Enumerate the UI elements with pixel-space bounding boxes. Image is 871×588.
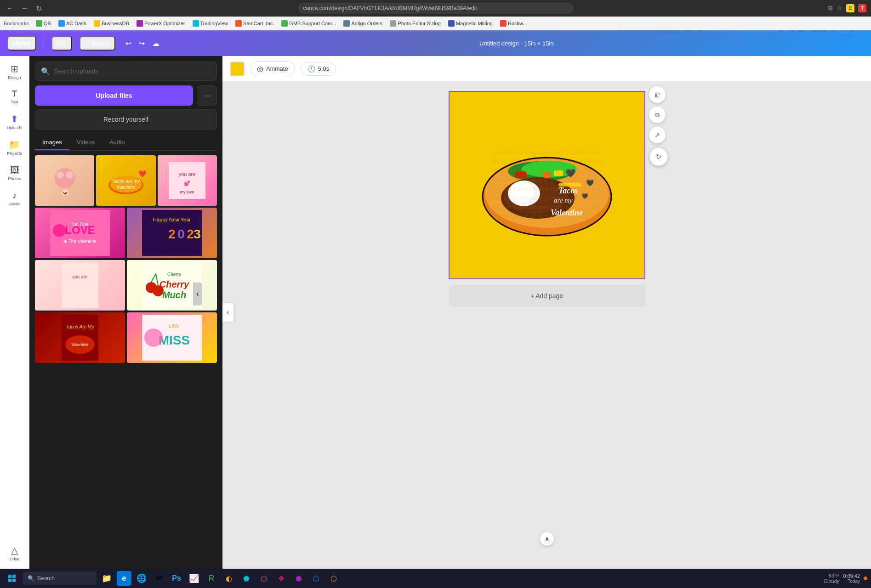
bookmark-mm-icon — [448, 20, 455, 27]
address-bar[interactable]: canva.com/design/DAFVhGTLK3A/kKdBMMRg4Wv… — [298, 3, 574, 14]
bookmark-rw-label: Rockw... — [508, 21, 527, 26]
bookmark-rockw[interactable]: Rockw... — [498, 19, 529, 28]
grid-image-little-miss[interactable]: Little MISS — [127, 312, 217, 363]
start-button[interactable] — [4, 571, 20, 585]
taskbar-app-app2[interactable]: ◐ — [222, 571, 236, 586]
grid-image-you-are-2[interactable]: you are 🌸 love divine — [35, 260, 125, 311]
grid-image-love[interactable]: for The LOVE ❀ The Valentine — [35, 208, 125, 258]
grid-image-tacos-are-my[interactable]: Tacos Are My Valentine — [35, 312, 125, 363]
taskbar-app-app6[interactable]: ⬢ — [291, 571, 306, 586]
app5-icon: ❖ — [278, 574, 285, 583]
tab-images[interactable]: Images — [35, 135, 69, 150]
sidebar-item-design[interactable]: ⊞ Design — [2, 60, 27, 84]
taskbar-app-files[interactable]: 📁 — [99, 571, 114, 586]
bookmark-gmb[interactable]: GMB Support Com... — [279, 19, 338, 28]
sidebar-item-uploads[interactable]: ⬆ Uploads — [2, 110, 27, 134]
taskbar-app-app8[interactable]: ⬡ — [326, 571, 341, 586]
bookmark-tradingview[interactable]: TradingView — [190, 19, 231, 28]
search-input[interactable] — [54, 68, 211, 75]
canvas-bottom-bar — [449, 256, 645, 279]
taskbar-app-ps[interactable]: Ps — [169, 571, 184, 586]
grid-image-pig[interactable]: 🐷 — [35, 155, 94, 206]
svg-text:MISS: MISS — [159, 333, 190, 347]
grid-image-you-are[interactable]: you are 💕 my love — [158, 155, 217, 206]
svg-text:Valentine: Valentine — [551, 208, 583, 217]
trash-button[interactable]: 🗑 — [649, 86, 666, 103]
redo-button[interactable]: ↪ — [136, 37, 148, 50]
taskbar-app-app7[interactable]: ⬡ — [309, 571, 324, 586]
save-status-button[interactable]: ☁ — [149, 37, 162, 50]
sidebar-item-audio[interactable]: ♪ Audio — [2, 187, 27, 210]
share-button[interactable]: ↗ — [649, 127, 666, 143]
share-page-icon[interactable]: ⊞ — [827, 4, 833, 12]
svg-point-34 — [153, 285, 164, 296]
home-button[interactable]: Home — [7, 36, 36, 51]
more-options-button[interactable]: ··· — [197, 85, 217, 106]
grid-row-4: Tacos Are My Valentine Little MISS — [35, 312, 217, 363]
back-button[interactable]: ← — [5, 2, 16, 14]
color-swatch[interactable] — [230, 62, 245, 76]
taskbar-app-app1[interactable]: R — [204, 571, 219, 586]
extension-icon-1: C — [846, 4, 854, 12]
chevron-up-icon: ∧ — [545, 535, 549, 543]
address-text: canva.com/design/DAFVhGTLK3A/kKdBMMRg4Wv… — [303, 5, 477, 11]
resize-button[interactable]: ⤢ Resize — [80, 36, 115, 51]
bookmark-antigo[interactable]: Antigo Orders — [341, 19, 385, 28]
bookmark-px-label: PowerX Optimizer — [144, 21, 185, 26]
collapse-panel-button[interactable]: ‹ — [193, 283, 202, 305]
pig-svg: 🐷 — [46, 162, 83, 199]
duration-button[interactable]: 🕐 5.0s — [301, 62, 336, 76]
reload-button[interactable]: ↻ — [34, 2, 44, 15]
bookmark-qb-icon — [36, 20, 42, 27]
bookmark-bdb-label: BusinessDB — [102, 21, 129, 26]
undo-button[interactable]: ↩ — [123, 37, 134, 50]
forward-button[interactable]: → — [19, 2, 30, 14]
design-icon: ⊞ — [11, 63, 18, 74]
bookmark-samcart[interactable]: SamCart, Inc. — [233, 19, 276, 28]
bookmark-magnetic[interactable]: Magnetic Mkting — [446, 19, 495, 28]
tab-videos[interactable]: Videos — [69, 135, 102, 150]
grid-row-2: for The LOVE ❀ The Valentine Happy New Y… — [35, 208, 217, 258]
sidebar-item-photos[interactable]: 🖼 Photos — [2, 161, 27, 185]
canvas-scroll-area[interactable]: 🗑 ⧉ ↗ ↻ DO NOT COPY DO NOT COPY DO NOT C… — [222, 82, 871, 569]
collapse-up-button[interactable]: ∧ — [540, 532, 554, 546]
file-button[interactable]: File — [51, 36, 72, 51]
bookmark-businessdb[interactable]: BusinessDB — [91, 19, 131, 28]
sidebar-item-drive[interactable]: △ Drive — [2, 541, 27, 565]
taskbar-search[interactable]: 🔍 Search — [23, 572, 97, 585]
taco-image-container[interactable]: DO NOT COPY DO NOT COPY DO NOT COPY DO N… — [449, 114, 645, 256]
taskbar-app-app5[interactable]: ❖ — [274, 571, 289, 586]
bookmark-qb[interactable]: QB — [34, 19, 53, 28]
canvas-scroll-left-button[interactable]: ‹ — [222, 303, 233, 322]
taskbar-right: 63°F Cloudy 0:09:42 Today — [824, 573, 867, 584]
rotate-button[interactable]: ↻ — [649, 147, 668, 166]
taskbar-app-finance[interactable]: 📈 — [187, 571, 201, 586]
record-yourself-button[interactable]: Record yourself — [35, 109, 217, 130]
duplicate-button[interactable]: ⧉ — [649, 107, 666, 123]
bookmark-star-icon[interactable]: ☆ — [837, 4, 843, 12]
add-page-button[interactable]: + Add page — [449, 285, 645, 307]
canvas-content-area[interactable]: DO NOT COPY DO NOT COPY DO NOT COPY DO N… — [449, 91, 645, 279]
taskbar-app-app4[interactable]: ⬡ — [256, 571, 271, 586]
sidebar-item-text[interactable]: T Text — [2, 85, 27, 108]
taskbar-app-mail[interactable]: ✉ — [152, 571, 166, 586]
grid-image-happy-new-year[interactable]: Happy New Year 2 0 2 3 — [127, 208, 217, 258]
sidebar-item-projects[interactable]: 📁 Projects — [2, 136, 27, 159]
animate-button[interactable]: ◎ Animate — [250, 61, 295, 76]
taskbar-app-edge[interactable]: e — [117, 571, 131, 586]
bookmark-powerx[interactable]: PowerX Optimizer — [134, 19, 188, 28]
clock-icon: 🕐 — [307, 65, 315, 73]
photos-icon: 🖼 — [10, 165, 19, 175]
search-icon: 🔍 — [41, 67, 50, 76]
bookmark-ac-dash[interactable]: AC Dash — [56, 19, 89, 28]
bookmark-photoeditor[interactable]: Photo Editor Sizing — [387, 19, 443, 28]
app7-icon: ⬡ — [313, 574, 319, 583]
upload-files-button[interactable]: Upload files — [35, 85, 193, 106]
taskbar-app-app3[interactable]: ⬟ — [239, 571, 254, 586]
taco-valentine-svg: Tacos are my Valentine ❤️ — [105, 162, 147, 199]
grid-image-taco-valentine[interactable]: Tacos are my Valentine ❤️ — [96, 155, 155, 206]
grid-image-cherry-much[interactable]: Cherry Cherry Much — [127, 260, 217, 311]
browser-right-icons: ⊞ ☆ C T — [827, 4, 866, 12]
taskbar-app-chrome[interactable]: 🌐 — [134, 571, 149, 586]
tab-audio[interactable]: Audio — [102, 135, 132, 150]
